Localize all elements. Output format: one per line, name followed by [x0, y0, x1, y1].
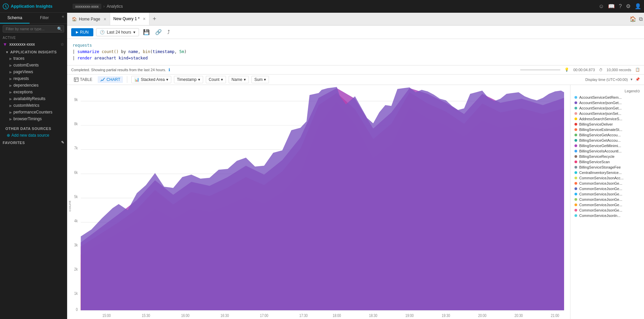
avatar-icon[interactable]: 👤	[635, 3, 641, 9]
legend-item[interactable]: BillingServiceRecycle	[570, 154, 644, 159]
tree-item-exceptions[interactable]: ▶ exceptions	[0, 89, 67, 95]
pin-icon[interactable]: 📌	[635, 77, 640, 82]
legend-item[interactable]: CentralInventoryService...	[570, 170, 644, 175]
info-icon[interactable]: ℹ	[169, 67, 170, 72]
tab-close-query-icon[interactable]: ×	[143, 16, 146, 21]
tree-item-traces[interactable]: ▶ traces	[0, 55, 67, 62]
resource-name[interactable]: xxxxxxxx-xxxx	[73, 4, 101, 9]
share-icon[interactable]: 🔗	[154, 28, 163, 37]
chart-type-label: Stacked Area	[141, 77, 165, 82]
legend-item[interactable]: BillingServiceGetMinimi...	[570, 143, 644, 148]
dropdown-chevron-icon: ▾	[133, 30, 135, 35]
tree-item-requests[interactable]: ▶ requests	[0, 75, 67, 82]
display-time-chevron-icon[interactable]: ▾	[631, 77, 633, 82]
chart-view-btn[interactable]: CHART	[98, 76, 123, 83]
chart-type-dropdown[interactable]: 📊 Stacked Area ▾	[131, 76, 171, 83]
query-editor[interactable]: requests | summarize count() by name, bi…	[67, 39, 644, 65]
name-dropdown[interactable]: Name ▾	[229, 76, 249, 83]
tree-item-customMetrics[interactable]: ▶ customMetrics	[0, 102, 67, 109]
legend-item[interactable]: CommonServiceJsonGe...	[570, 208, 644, 213]
legend-item[interactable]: CommonServiceJsonIn...	[570, 213, 644, 218]
legend-dot	[574, 214, 577, 217]
svg-text:7k: 7k	[74, 145, 78, 150]
legend-label: CommonServiceJsonIn...	[579, 214, 620, 218]
sum-chevron-icon: ▾	[264, 77, 266, 82]
svg-text:20:00: 20:00	[478, 313, 487, 318]
favorites-label: FAVORITES	[3, 141, 25, 145]
legend-label: CommonServiceJsonGe...	[579, 197, 622, 201]
add-tab-btn[interactable]: +	[149, 15, 160, 22]
records-label: 10,000 records	[607, 68, 631, 72]
legend-item[interactable]: AccountServiceGetRem...	[570, 95, 644, 100]
breadcrumb: xxxxxxxx-xxxx › Analytics	[73, 4, 123, 9]
breadcrumb-arrow: ›	[103, 4, 105, 9]
tab-home-page[interactable]: 🏠 Home Page ×	[68, 13, 110, 25]
tab-filter[interactable]: Filter	[30, 13, 59, 24]
table-view-btn[interactable]: TABLE	[71, 76, 95, 83]
svg-text:3k: 3k	[74, 242, 78, 247]
home-icon[interactable]: 🏠	[630, 16, 636, 22]
legend-item[interactable]: BillingServiceStorageFee	[570, 165, 644, 170]
count-dropdown[interactable]: Count ▾	[206, 76, 226, 83]
new-tab-icon[interactable]: ⧉	[639, 16, 643, 22]
top-bar: Application Insights xxxxxxxx-xxxx › Ana…	[0, 0, 644, 13]
timestamp-dropdown[interactable]: Timestamp ▾	[174, 76, 203, 83]
legend-item[interactable]: BillingServiceGetAccou...	[570, 138, 644, 143]
legend-item[interactable]: BillingServiceEstimateSt...	[570, 127, 644, 132]
tree-item-customEvents[interactable]: ▶ customEvents	[0, 62, 67, 69]
svg-text:15:00: 15:00	[102, 313, 111, 318]
legend-item[interactable]: BillingServiceIsAccountl...	[570, 148, 644, 154]
table-label: TABLE	[80, 77, 92, 82]
legend-item[interactable]: AccountService/jsonGet...	[570, 105, 644, 111]
tab-close-home-icon[interactable]: ×	[103, 16, 106, 22]
sum-dropdown[interactable]: Sum ▾	[251, 76, 269, 83]
add-source-btn[interactable]: ⊕ Add new data source	[0, 132, 67, 139]
help-icon[interactable]: ?	[619, 3, 622, 9]
legend-label: AccountService/jsonGet...	[579, 106, 622, 110]
legend-dot	[574, 166, 577, 169]
sidebar-search: 🔍	[3, 25, 64, 33]
book-icon[interactable]: 📖	[608, 3, 615, 9]
favorite-star-icon[interactable]: ☆	[60, 42, 64, 47]
legend-item[interactable]: BillingServiceGetAccou...	[570, 132, 644, 138]
legend-item[interactable]: CommonServiceJsonGe...	[570, 186, 644, 191]
legend-item[interactable]: CommonServiceJsonGe...	[570, 191, 644, 197]
tab-new-query[interactable]: New Query 1 * ×	[110, 13, 149, 25]
tree-item-performanceCounters[interactable]: ▶ performanceCounters	[0, 109, 67, 116]
table-icon	[74, 77, 79, 82]
svg-text:15:30: 15:30	[142, 313, 150, 318]
query-line-1: requests	[73, 42, 639, 49]
legend-item[interactable]: CommonServiceJsonGe...	[570, 181, 644, 186]
tab-schema[interactable]: Schema	[0, 13, 30, 24]
legend-item[interactable]: AddressSearchServiceS...	[570, 116, 644, 122]
smiley-icon[interactable]: ☺	[599, 3, 604, 9]
run-button[interactable]: ▶ RUN	[71, 28, 93, 36]
tab-right-icons: 🏠 ⧉	[630, 16, 643, 22]
legend-label: AccountService/jsonGet...	[579, 101, 622, 105]
legend-item[interactable]: CommonServiceJsonAcc...	[570, 175, 644, 181]
edit-icon[interactable]: ✎	[61, 140, 64, 145]
legend-item[interactable]: CommonServiceJsonGe...	[570, 197, 644, 202]
legend-item[interactable]: BillingServiceDeliver	[570, 122, 644, 127]
legend-item[interactable]: AccountService/jsonSet...	[570, 111, 644, 116]
export-icon[interactable]: ⤴	[166, 28, 171, 37]
time-range-selector[interactable]: 🕐 Last 24 hours ▾	[96, 28, 139, 36]
search-input[interactable]	[3, 25, 64, 33]
chevron-right-icon: ▶	[9, 110, 12, 114]
display-time-label[interactable]: Display time (UTC+00:00)	[585, 78, 628, 82]
chart-main: 9k 8k 7k 6k 5k 4k 3k 2k 1k 0 count	[67, 85, 570, 319]
tree-item-dependencies[interactable]: ▶ dependencies	[0, 82, 67, 89]
settings-icon[interactable]: ⚙	[626, 3, 631, 9]
svg-rect-1	[74, 78, 78, 82]
legend-item[interactable]: AccountService/jsonGet...	[570, 100, 644, 105]
legend-item[interactable]: BillingServiceScan	[570, 159, 644, 165]
sidebar-collapse-icon[interactable]: «	[59, 13, 67, 24]
legend-item[interactable]: CommonServiceJsonGe...	[570, 202, 644, 208]
save-query-icon[interactable]: 💾	[142, 28, 151, 37]
tree-item-browserTimings[interactable]: ▶ browserTimings	[0, 116, 67, 122]
active-item-label[interactable]: xxxxxxxx-xxxx	[9, 42, 58, 47]
tree-item-pageViews[interactable]: ▶ pageViews	[0, 69, 67, 75]
svg-text:4k: 4k	[74, 218, 78, 223]
tree-item-availabilityResults[interactable]: ▶ availabilityResults	[0, 95, 67, 102]
app-insights-header[interactable]: ▼ APPLICATION INSIGHTS	[0, 49, 67, 55]
